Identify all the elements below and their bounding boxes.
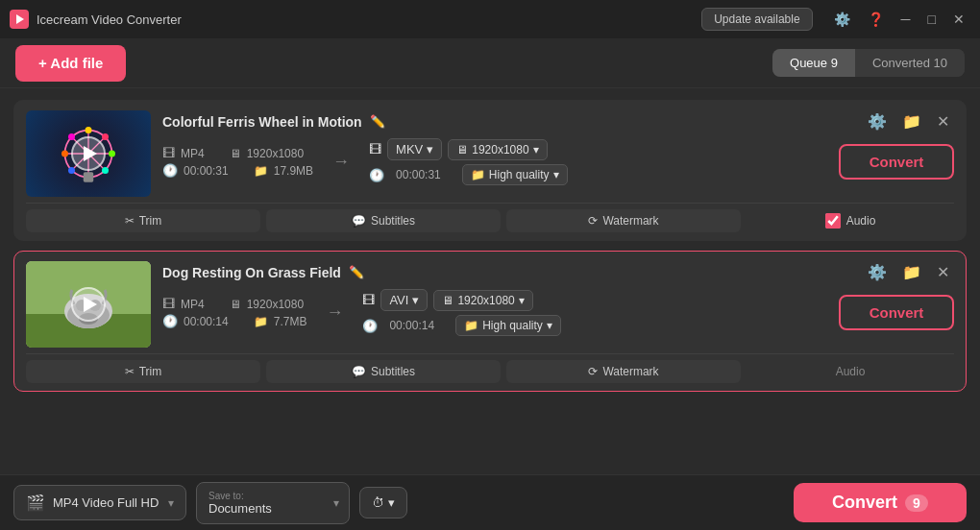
add-file-button[interactable]: + Add file	[15, 45, 126, 82]
format-in-row: 🎞 MP4 🖥 1920x1080	[162, 146, 313, 160]
card-actions-ferris: ⚙️ 📁 ✕	[863, 110, 954, 132]
trim-icon: ✂	[125, 214, 135, 228]
subtitles-button-ferris[interactable]: 💬 Subtitles	[266, 209, 501, 232]
card-top: Colorful Ferris Wheel in Motion ✏️ ⚙️ 📁 …	[26, 110, 954, 197]
convert-right-ferris: Convert	[839, 144, 954, 180]
watermark-icon-dog: ⟳	[588, 365, 598, 378]
format-film-icon: 🎬	[26, 494, 45, 512]
remove-card-ferris[interactable]: ✕	[932, 110, 954, 132]
duration-out-row-dog: 🕐 00:00:14 📁 High quality ▾	[362, 315, 560, 336]
meta-left-ferris: 🎞 MP4 🖥 1920x1080 🕐 00:00:31 📁 17.9MB	[162, 146, 313, 178]
watermark-button-dog[interactable]: ⟳ Watermark	[506, 360, 741, 383]
title-bar-controls: Update available ⚙️ ❓ ─ □ ✕	[701, 8, 972, 31]
format-out-row-dog: 🎞 AVI ▾ 🖥 1920x1080 ▾	[362, 289, 560, 311]
save-to-label: Save to:	[208, 491, 337, 501]
trim-button-ferris[interactable]: ✂ Trim	[26, 209, 260, 232]
minimize-button[interactable]: ─	[894, 8, 919, 31]
film-icon: 🎞	[162, 146, 175, 160]
card-title-row: Colorful Ferris Wheel in Motion ✏️ ⚙️ 📁 …	[162, 110, 954, 132]
format-selector[interactable]: 🎬 MP4 Video Full HD ▾	[13, 485, 186, 520]
trim-button-dog[interactable]: ✂ Trim	[26, 360, 260, 383]
queue-tab[interactable]: Queue 9	[772, 49, 855, 77]
edit-title-icon-dog[interactable]: ✏️	[349, 265, 364, 279]
format-out-select-dog[interactable]: AVI ▾	[380, 289, 428, 311]
settings-card-dog[interactable]: ⚙️	[863, 261, 892, 283]
arrow-right-dog: →	[322, 302, 347, 323]
res-in-icon: 🖥	[230, 147, 241, 160]
remove-card-dog[interactable]: ✕	[932, 261, 954, 283]
main-convert-button[interactable]: Convert 9	[794, 483, 967, 522]
schedule-icon: ⏱	[372, 495, 384, 510]
duration-in-row-dog: 🕐 00:00:14 📁 7.7MB	[162, 314, 306, 328]
size-icon: 📁	[254, 164, 268, 178]
card-top-dog: Dog Resting On Grass Field ✏️ ⚙️ 📁 ✕ 🎞	[26, 261, 954, 348]
save-to-value: Documents	[208, 501, 337, 516]
card-title-row-dog: Dog Resting On Grass Field ✏️ ⚙️ 📁 ✕	[162, 261, 954, 283]
maximize-button[interactable]: □	[920, 8, 943, 31]
convert-count-badge: 9	[905, 494, 928, 512]
arrow-right-ferris: →	[329, 152, 354, 172]
convert-button-ferris[interactable]: Convert	[839, 144, 954, 180]
tab-group: Queue 9 Converted 10	[772, 49, 965, 77]
monitor-icon: 🖥	[456, 143, 468, 157]
close-button[interactable]: ✕	[945, 8, 972, 31]
save-to-selector[interactable]: Save to: Documents ▾	[196, 482, 350, 524]
thumbnail-ferris	[26, 110, 151, 197]
subtitles-icon-dog: 💬	[352, 365, 366, 378]
subtitles-button-dog[interactable]: 💬 Subtitles	[266, 360, 501, 383]
save-chevron-icon: ▾	[333, 496, 339, 510]
convert-right-dog: Convert	[839, 295, 954, 330]
audio-group-ferris: Audio	[747, 213, 954, 229]
top-bar: + Add file Queue 9 Converted 10	[0, 38, 980, 88]
output-selects-ferris: 🎞 MKV ▾ 🖥 1920x1080 ▾ 🕐	[369, 138, 567, 185]
duration-in-row: 🕐 00:00:31 📁 17.9MB	[162, 163, 313, 178]
card-info-dog: Dog Resting On Grass Field ✏️ ⚙️ 📁 ✕ 🎞	[162, 261, 954, 336]
settings-card-ferris[interactable]: ⚙️	[863, 110, 892, 132]
monitor-icon-dog: 🖥	[442, 294, 453, 307]
file-card-dog: Dog Resting On Grass Field ✏️ ⚙️ 📁 ✕ 🎞	[13, 251, 967, 392]
play-button-dog[interactable]	[71, 287, 106, 322]
audio-checkbox-ferris[interactable]	[825, 213, 841, 229]
folder-qual-icon: 📁	[471, 168, 485, 181]
title-icon-buttons: ⚙️ ❓ ─ □ ✕	[826, 8, 972, 31]
folder-card-dog[interactable]: 📁	[897, 261, 926, 283]
svg-point-13	[102, 167, 109, 174]
watermark-icon: ⟳	[588, 214, 598, 228]
output-selects-dog: 🎞 AVI ▾ 🖥 1920x1080 ▾ 🕐	[362, 289, 560, 336]
meta-cols-dog: 🎞 MP4 🖥 1920x1080 🕐 00:00:14 📁 7.7MB	[162, 289, 829, 336]
schedule-button[interactable]: ⏱ ▾	[359, 487, 407, 518]
format-out-select-ferris[interactable]: MKV ▾	[387, 138, 442, 160]
convert-button-dog[interactable]: Convert	[839, 295, 954, 330]
play-button-ferris[interactable]	[71, 136, 106, 171]
title-bar-left: Icecream Video Converter	[10, 10, 182, 29]
svg-point-10	[61, 151, 68, 157]
svg-rect-16	[84, 172, 94, 182]
duration-out-row: 🕐 00:00:31 📁 High quality ▾	[369, 164, 567, 185]
edit-title-icon-ferris[interactable]: ✏️	[370, 114, 385, 129]
res-in-icon-dog: 🖥	[230, 298, 241, 311]
converted-tab[interactable]: Converted 10	[855, 49, 965, 77]
card-actions-dog: ⚙️ 📁 ✕	[863, 261, 954, 283]
watermark-button-ferris[interactable]: ⟳ Watermark	[506, 209, 741, 232]
help-icon-button[interactable]: ❓	[860, 8, 892, 31]
clock-icon: 🕐	[162, 163, 178, 178]
res-out-select-dog[interactable]: 🖥 1920x1080 ▾	[433, 290, 532, 311]
schedule-chevron-icon: ▾	[388, 495, 395, 510]
svg-point-15	[68, 167, 75, 174]
meta-left-dog: 🎞 MP4 🖥 1920x1080 🕐 00:00:14 📁 7.7MB	[162, 297, 306, 328]
update-available-button[interactable]: Update available	[701, 8, 812, 31]
app-logo-icon	[10, 10, 29, 29]
quality-select-dog[interactable]: 📁 High quality ▾	[455, 315, 561, 336]
settings-icon-button[interactable]: ⚙️	[826, 8, 858, 31]
app-title: Icecream Video Converter	[37, 12, 182, 27]
folder-card-ferris[interactable]: 📁	[897, 110, 926, 132]
quality-select-ferris[interactable]: 📁 High quality ▾	[462, 164, 568, 185]
clock-out-icon: 🕐	[369, 168, 384, 182]
thumbnail-dog	[26, 261, 151, 348]
folder-qual-icon-dog: 📁	[464, 319, 478, 332]
audio-group-dog: Audio	[747, 365, 954, 378]
size-icon-dog: 📁	[254, 315, 268, 328]
res-out-select-ferris[interactable]: 🖥 1920x1080 ▾	[448, 139, 547, 160]
card-bottom-dog: ✂ Trim 💬 Subtitles ⟳ Watermark Audio	[26, 353, 954, 391]
main-convert-label: Convert	[832, 493, 897, 513]
